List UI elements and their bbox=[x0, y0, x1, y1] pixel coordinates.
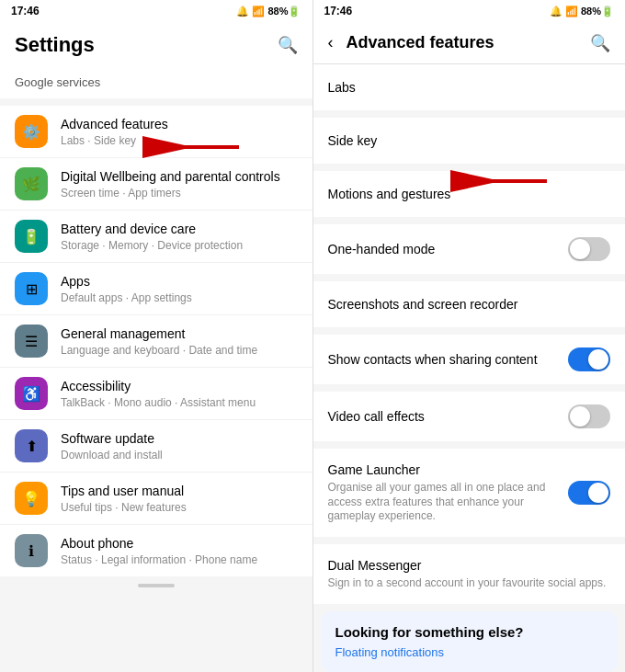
advanced-features-list: LabsSide keyMotions and gesturesOne-hand… bbox=[313, 64, 626, 672]
video-call-title: Video call effects bbox=[328, 408, 569, 425]
battery-text: Battery and device careStorage · Memory … bbox=[61, 221, 298, 252]
digital-wellbeing-icon: 🌿 bbox=[15, 167, 48, 200]
advanced-features-icon: ⚙️ bbox=[15, 115, 48, 148]
show-contacts-toggle-thumb bbox=[588, 349, 608, 370]
adv-section-game-launcher: Game LauncherOrganise all your games all… bbox=[313, 449, 626, 537]
battery-subtitle: Storage · Memory · Device protection bbox=[61, 239, 298, 252]
show-contacts-toggle[interactable] bbox=[568, 347, 610, 371]
general-title: General management bbox=[61, 325, 298, 342]
adv-section-side-key: Side key bbox=[313, 118, 626, 164]
game-launcher-subtitle: Organise all your games all in one place… bbox=[328, 481, 569, 524]
google-services-item[interactable]: Google services bbox=[0, 66, 312, 98]
settings-item-about[interactable]: ℹAbout phoneStatus · Legal information ·… bbox=[0, 525, 312, 576]
digital-wellbeing-title: Digital Wellbeing and parental controls bbox=[61, 168, 298, 185]
settings-item-general[interactable]: ☰General managementLanguage and keyboard… bbox=[0, 315, 312, 368]
advanced-features-text: Advanced featuresLabs · Side key bbox=[61, 116, 298, 147]
adv-item-show-contacts[interactable]: Show contacts when sharing content bbox=[313, 335, 626, 384]
about-text: About phoneStatus · Legal information · … bbox=[61, 535, 298, 566]
general-icon: ☰ bbox=[15, 325, 48, 358]
back-button[interactable]: ‹ bbox=[328, 31, 339, 54]
about-icon: ℹ bbox=[15, 534, 48, 567]
dual-messenger-left: Dual MessengerSign in to a second accoun… bbox=[328, 557, 611, 591]
adv-item-dual-messenger[interactable]: Dual MessengerSign in to a second accoun… bbox=[313, 544, 626, 604]
settings-header: Settings 🔍 bbox=[0, 22, 312, 66]
adv-section-video-call: Video call effects bbox=[313, 392, 626, 441]
apps-subtitle: Default apps · App settings bbox=[61, 291, 298, 304]
general-subtitle: Language and keyboard · Date and time bbox=[61, 344, 298, 357]
settings-item-digital-wellbeing[interactable]: 🌿Digital Wellbeing and parental controls… bbox=[0, 158, 312, 211]
adv-item-one-handed[interactable]: One-handed mode bbox=[313, 224, 626, 274]
show-contacts-left: Show contacts when sharing content bbox=[328, 351, 569, 368]
settings-item-advanced-features[interactable]: ⚙️Advanced featuresLabs · Side key bbox=[0, 106, 312, 158]
looking-card-title: Looking for something else? bbox=[335, 624, 604, 640]
right-search-icon[interactable]: 🔍 bbox=[590, 33, 610, 53]
game-launcher-toggle-thumb bbox=[588, 483, 608, 503]
left-status-icons: 🔔 📶 88%🔋 bbox=[236, 6, 301, 17]
one-handed-toggle-thumb bbox=[570, 239, 590, 259]
about-title: About phone bbox=[61, 535, 298, 552]
scroll-indicator bbox=[138, 584, 175, 587]
adv-section-one-handed: One-handed mode bbox=[313, 224, 626, 274]
side-key-title: Side key bbox=[328, 132, 611, 149]
left-panel: 17:46 🔔 📶 88%🔋 Settings 🔍 Google service… bbox=[0, 0, 312, 672]
adv-item-motions[interactable]: Motions and gestures bbox=[313, 171, 626, 217]
search-icon[interactable]: 🔍 bbox=[278, 35, 298, 55]
tips-icon: 💡 bbox=[15, 482, 48, 515]
video-call-toggle-thumb bbox=[570, 406, 590, 427]
dual-messenger-title: Dual Messenger bbox=[328, 557, 611, 574]
adv-section-dual-messenger: Dual MessengerSign in to a second accoun… bbox=[313, 544, 626, 604]
adv-section-motions: Motions and gestures bbox=[313, 171, 626, 217]
accessibility-subtitle: TalkBack · Mono audio · Assistant menu bbox=[61, 396, 298, 409]
settings-item-apps[interactable]: ⊞AppsDefault apps · App settings bbox=[0, 263, 312, 315]
settings-item-software[interactable]: ⬆Software updateDownload and install bbox=[0, 420, 312, 473]
looking-card: Looking for something else? Floating not… bbox=[321, 611, 619, 672]
adv-item-screenshots[interactable]: Screenshots and screen recorder bbox=[313, 281, 626, 327]
apps-icon: ⊞ bbox=[15, 272, 48, 305]
right-status-icons: 🔔 📶 88%🔋 bbox=[550, 6, 614, 17]
video-call-left: Video call effects bbox=[328, 408, 569, 425]
tips-text: Tips and user manualUseful tips · New fe… bbox=[61, 483, 298, 514]
advanced-features-title: Advanced features bbox=[347, 33, 584, 52]
adv-item-video-call[interactable]: Video call effects bbox=[313, 392, 626, 441]
adv-section-screenshots: Screenshots and screen recorder bbox=[313, 281, 626, 327]
adv-item-side-key[interactable]: Side key bbox=[313, 118, 626, 164]
game-launcher-title: Game Launcher bbox=[328, 461, 569, 478]
one-handed-toggle[interactable] bbox=[568, 237, 610, 261]
video-call-toggle[interactable] bbox=[568, 404, 610, 428]
digital-wellbeing-subtitle: Screen time · App timers bbox=[61, 187, 298, 199]
advanced-features-header: ‹ Advanced features 🔍 bbox=[313, 22, 626, 64]
about-subtitle: Status · Legal information · Phone name bbox=[61, 553, 298, 566]
settings-list: Google services ⚙️Advanced featuresLabs … bbox=[0, 66, 312, 672]
one-handed-left: One-handed mode bbox=[328, 241, 569, 257]
software-subtitle: Download and install bbox=[61, 449, 298, 461]
labs-title: Labs bbox=[328, 79, 611, 96]
right-status-bar: 17:46 🔔 📶 88%🔋 bbox=[313, 0, 626, 22]
adv-section-show-contacts: Show contacts when sharing content bbox=[313, 335, 626, 384]
digital-wellbeing-text: Digital Wellbeing and parental controlsS… bbox=[61, 168, 298, 199]
screenshots-left: Screenshots and screen recorder bbox=[328, 296, 611, 313]
tips-title: Tips and user manual bbox=[61, 483, 298, 499]
settings-title: Settings bbox=[15, 33, 95, 57]
game-launcher-toggle[interactable] bbox=[568, 481, 610, 505]
motions-title: Motions and gestures bbox=[328, 186, 611, 202]
battery-icon: 🔋 bbox=[15, 220, 48, 253]
adv-section-labs: Labs bbox=[313, 64, 626, 110]
apps-title: Apps bbox=[61, 273, 298, 290]
floating-notifications-link[interactable]: Floating notifications bbox=[335, 645, 604, 659]
settings-item-accessibility[interactable]: ♿AccessibilityTalkBack · Mono audio · As… bbox=[0, 368, 312, 420]
side-key-left: Side key bbox=[328, 132, 611, 149]
adv-item-game-launcher[interactable]: Game LauncherOrganise all your games all… bbox=[313, 449, 626, 537]
right-panel: 17:46 🔔 📶 88%🔋 ‹ Advanced features 🔍 Lab… bbox=[313, 0, 626, 672]
dual-messenger-subtitle: Sign in to a second account in your favo… bbox=[328, 576, 611, 591]
google-services-label: Google services bbox=[15, 75, 100, 89]
advanced-features-subtitle: Labs · Side key bbox=[61, 134, 298, 147]
adv-item-labs[interactable]: Labs bbox=[313, 64, 626, 110]
motions-left: Motions and gestures bbox=[328, 186, 611, 202]
game-launcher-left: Game LauncherOrganise all your games all… bbox=[328, 461, 569, 524]
settings-item-battery[interactable]: 🔋Battery and device careStorage · Memory… bbox=[0, 211, 312, 263]
accessibility-text: AccessibilityTalkBack · Mono audio · Ass… bbox=[61, 378, 298, 409]
settings-items-section: ⚙️Advanced featuresLabs · Side key🌿Digit… bbox=[0, 106, 312, 576]
battery-title: Battery and device care bbox=[61, 221, 298, 237]
accessibility-title: Accessibility bbox=[61, 378, 298, 394]
settings-item-tips[interactable]: 💡Tips and user manualUseful tips · New f… bbox=[0, 473, 312, 525]
